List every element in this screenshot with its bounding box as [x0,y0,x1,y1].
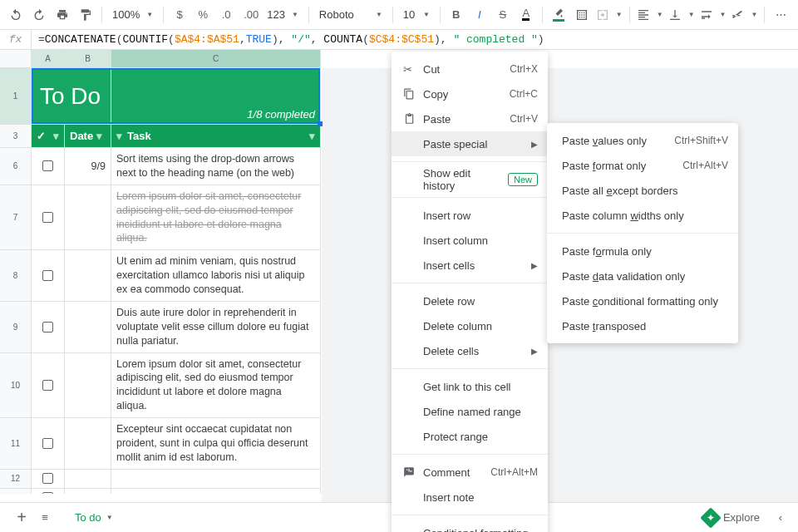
font-select[interactable]: Roboto▼ [314,4,387,26]
ctx-paste[interactable]: PasteCtrl+V [392,106,548,131]
task-cell[interactable]: Lorem ipsum dolor sit amet, consectetur … [111,185,321,251]
checkbox-icon[interactable] [42,473,53,484]
checkbox-cell[interactable] [32,418,65,470]
date-cell[interactable] [65,489,111,494]
formula-input[interactable]: =CONCATENATE(COUNTIF($A$4:$A$51,TRUE), "… [32,33,544,46]
ctx-named-range[interactable]: Define named range [392,399,548,424]
ctx-insert-note[interactable]: Insert note [392,485,548,510]
italic-button[interactable]: I [469,4,490,26]
row-header[interactable]: 6 [0,148,32,185]
filter-icon[interactable]: ▾ [116,129,122,144]
add-sheet-button[interactable]: + [10,508,33,527]
ctx-paste-special[interactable]: Paste special▶ [392,131,548,156]
row-header[interactable]: 9 [0,302,32,353]
fill-color-button[interactable] [548,4,569,26]
row-header[interactable]: 13 [0,489,32,494]
sub-paste-formula[interactable]: Paste formula only [547,239,738,264]
col-header-a[interactable]: A [32,50,65,68]
checkbox-cell[interactable] [32,185,65,251]
selection-handle[interactable] [318,121,323,126]
task-cell[interactable]: Duis aute irure dolor in reprehenderit i… [111,302,321,353]
date-cell[interactable] [65,185,111,251]
format-percent-button[interactable]: % [192,4,214,26]
date-cell[interactable]: 9/9 [65,148,111,185]
fontsize-select[interactable]: 10▼ [398,4,435,26]
ctx-cut[interactable]: ✂CutCtrl+X [392,57,548,81]
borders-button[interactable] [571,4,593,26]
date-cell[interactable] [65,418,111,470]
select-all-corner[interactable] [0,50,32,68]
filter-icon[interactable]: ▾ [53,130,59,142]
checkbox-icon[interactable] [42,160,53,171]
checkbox-icon[interactable] [42,492,53,494]
text-color-button[interactable]: A [515,4,537,26]
increase-decimal-button[interactable]: .00 [239,4,264,26]
date-cell[interactable] [65,353,111,419]
checkbox-icon[interactable] [42,438,53,449]
ctx-copy[interactable]: CopyCtrl+C [392,81,548,106]
decrease-decimal-button[interactable]: .0 [215,4,237,26]
row-header-3[interactable]: 3 [0,125,32,148]
ctx-conditional-formatting[interactable]: Conditional formatting [392,520,548,532]
row-header[interactable]: 10 [0,353,32,419]
checkbox-cell[interactable] [32,302,65,353]
ctx-insert-column[interactable]: Insert column [392,228,548,253]
valign-select[interactable]: ▼ [667,4,697,26]
header-date[interactable]: Date▾ [65,125,111,148]
merge-select[interactable]: ▼ [594,4,624,26]
checkbox-cell[interactable] [32,353,65,419]
sub-paste-conditional-formatting[interactable]: Paste conditional formatting only [547,288,738,313]
ctx-protect-range[interactable]: Protect range [392,424,548,449]
row-header-1[interactable]: 1 [0,68,32,125]
sub-paste-borders[interactable]: Paste all except borders [547,178,738,203]
sub-paste-transposed[interactable]: Paste transposed [547,313,738,338]
date-cell[interactable] [65,470,111,489]
sub-paste-format[interactable]: Paste format onlyCtrl+Alt+V [547,153,738,178]
ctx-edit-history[interactable]: Show edit historyNew [392,167,548,192]
checkbox-icon[interactable] [42,322,53,332]
task-cell[interactable]: Sort items using the drop-down arrows ne… [111,148,321,185]
date-cell[interactable] [65,250,111,302]
row-header[interactable]: 12 [0,470,32,489]
wrap-select[interactable]: ▼ [698,4,728,26]
ctx-insert-row[interactable]: Insert row [392,203,548,228]
filter-icon[interactable]: ▾ [309,129,315,144]
task-cell[interactable]: Excepteur sint occaecat cupidatat non pr… [111,418,321,470]
checkbox-icon[interactable] [42,380,53,391]
ctx-get-link[interactable]: Get link to this cell [392,374,548,399]
strikethrough-button[interactable]: S [492,4,514,26]
format-currency-button[interactable]: $ [169,4,190,26]
explore-button[interactable]: ✦Explore [703,510,760,525]
title-cell[interactable]: To Do [32,68,111,125]
ctx-comment[interactable]: CommentCtrl+Alt+M [392,460,548,485]
checkbox-icon[interactable] [42,270,53,281]
task-cell[interactable] [111,470,321,489]
sub-paste-widths[interactable]: Paste column widths only [547,203,738,228]
task-cell[interactable]: Lorem ipsum dolor sit amet, consectetur … [111,353,321,419]
checkbox-cell[interactable] [32,250,65,302]
ctx-delete-cells[interactable]: Delete cells▶ [392,338,548,363]
paint-format-button[interactable] [75,4,96,26]
task-cell[interactable] [111,489,321,494]
redo-button[interactable] [28,4,50,26]
checkbox-cell[interactable] [32,489,65,494]
filter-icon[interactable]: ▾ [96,130,102,142]
all-sheets-button[interactable]: ≡ [33,511,57,524]
ctx-delete-column[interactable]: Delete column [392,313,548,338]
date-cell[interactable] [65,302,111,353]
header-task[interactable]: ▾Task▾ [111,125,321,148]
side-panel-toggle[interactable]: ‹ [773,511,788,524]
ctx-insert-cells[interactable]: Insert cells▶ [392,253,548,278]
task-cell[interactable]: Ut enim ad minim veniam, quis nostrud ex… [111,250,321,302]
completed-cell[interactable]: 1/8 completed [111,68,321,125]
checkbox-cell[interactable] [32,470,65,489]
header-check[interactable]: ✓▾ [32,125,65,148]
halign-select[interactable]: ▼ [635,4,665,26]
col-header-b[interactable]: B [65,50,111,68]
col-header-c[interactable]: C [111,50,321,68]
row-header[interactable]: 7 [0,185,32,251]
sub-paste-values[interactable]: Paste values onlyCtrl+Shift+V [547,128,738,153]
zoom-select[interactable]: 100%▼ [107,4,158,26]
bold-button[interactable]: B [446,4,467,26]
row-header[interactable]: 11 [0,418,32,470]
